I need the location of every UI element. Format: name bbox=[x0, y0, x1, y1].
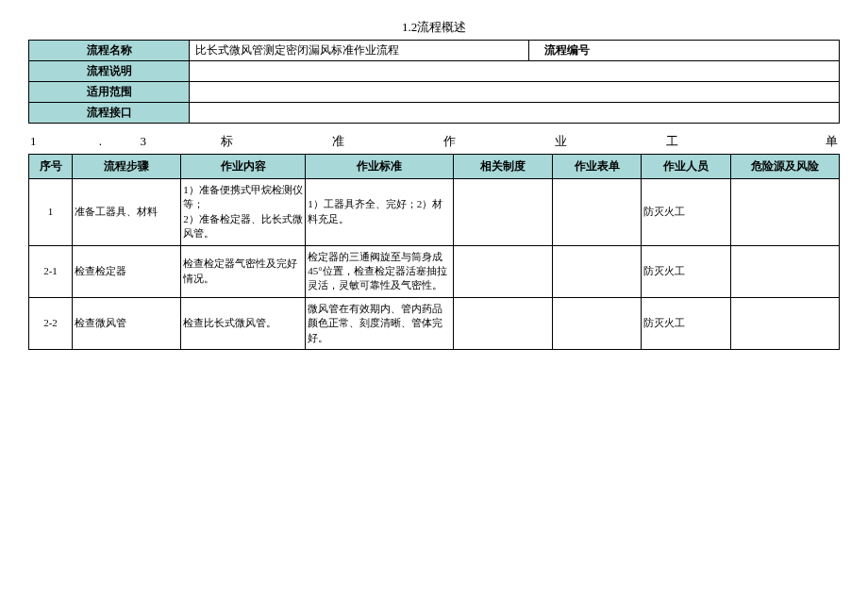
section-title: 1.2流程概述 bbox=[28, 19, 840, 36]
header-step: 流程步骤 bbox=[73, 155, 181, 179]
header-seq: 序号 bbox=[29, 155, 73, 179]
overview-label-name: 流程名称 bbox=[29, 41, 190, 61]
header-risk: 危险源及风险 bbox=[730, 155, 839, 179]
cell-standard: 微风管在有效期内、管内药品颜色正常、刻度清晰、管体完好。 bbox=[306, 297, 454, 349]
work-header-row: 序号 流程步骤 作业内容 作业标准 相关制度 作业表单 作业人员 危险源及风险 bbox=[29, 155, 840, 179]
s2-p8: 单 bbox=[728, 133, 838, 150]
cell-form bbox=[553, 179, 642, 246]
cell-risk bbox=[730, 245, 839, 297]
cell-form bbox=[553, 245, 642, 297]
s2-p7: 工 bbox=[617, 133, 726, 150]
cell-content: 1）准备便携式甲烷检测仪等； 2）准备检定器、比长式微风管。 bbox=[181, 179, 306, 246]
work-table: 序号 流程步骤 作业内容 作业标准 相关制度 作业表单 作业人员 危险源及风险 … bbox=[28, 154, 840, 350]
overview-value-scope bbox=[190, 82, 840, 103]
header-system: 相关制度 bbox=[454, 155, 553, 179]
overview-value-code bbox=[605, 41, 840, 61]
overview-row-scope: 适用范围 bbox=[29, 82, 840, 103]
cell-step: 准备工器具、材料 bbox=[73, 179, 181, 246]
cell-standard: 1）工器具齐全、完好；2）材料充足。 bbox=[306, 179, 454, 246]
cell-form bbox=[553, 297, 642, 349]
cell-seq: 2-2 bbox=[29, 297, 73, 349]
overview-table: 流程名称 比长式微风管测定密闭漏风标准作业流程 流程编号 流程说明 适用范围 流… bbox=[28, 40, 840, 124]
overview-value-desc bbox=[190, 61, 840, 82]
cell-system bbox=[454, 179, 553, 246]
cell-standard: 检定器的三通阀旋至与筒身成45°位置，检查检定器活塞抽拉灵活，灵敏可靠性及气密性… bbox=[306, 245, 454, 297]
table-row: 2-1 检查检定器 检查检定器气密性及完好情况。 检定器的三通阀旋至与筒身成45… bbox=[29, 245, 840, 297]
header-person: 作业人员 bbox=[642, 155, 730, 179]
header-content: 作业内容 bbox=[181, 155, 306, 179]
overview-value-interface bbox=[190, 103, 840, 124]
cell-seq: 2-1 bbox=[29, 245, 73, 297]
section2-title: 1 . 3 标 准 作 业 工 单 bbox=[28, 131, 840, 152]
overview-label-code: 流程编号 bbox=[529, 41, 605, 61]
s2-p0: 1 bbox=[30, 133, 85, 150]
s2-p2: 3 bbox=[116, 133, 171, 150]
table-row: 2-2 检查微风管 检查比长式微风管。 微风管在有效期内、管内药品颜色正常、刻度… bbox=[29, 297, 840, 349]
table-row: 1 准备工器具、材料 1）准备便携式甲烷检测仪等； 2）准备检定器、比长式微风管… bbox=[29, 179, 840, 246]
cell-step: 检查检定器 bbox=[73, 245, 181, 297]
overview-label-scope: 适用范围 bbox=[29, 82, 190, 103]
s2-p3: 标 bbox=[173, 133, 282, 150]
cell-content: 检查检定器气密性及完好情况。 bbox=[181, 245, 306, 297]
cell-risk bbox=[730, 179, 839, 246]
cell-step: 检查微风管 bbox=[73, 297, 181, 349]
header-standard: 作业标准 bbox=[306, 155, 454, 179]
overview-row-interface: 流程接口 bbox=[29, 103, 840, 124]
s2-p1: . bbox=[87, 133, 114, 150]
cell-person: 防灭火工 bbox=[642, 297, 730, 349]
cell-risk bbox=[730, 297, 839, 349]
s2-p5: 作 bbox=[395, 133, 505, 150]
overview-row-desc: 流程说明 bbox=[29, 61, 840, 82]
s2-p4: 准 bbox=[284, 133, 393, 150]
header-form: 作业表单 bbox=[553, 155, 642, 179]
cell-person: 防灭火工 bbox=[642, 245, 730, 297]
overview-label-desc: 流程说明 bbox=[29, 61, 190, 82]
cell-system bbox=[454, 297, 553, 349]
overview-value-name: 比长式微风管测定密闭漏风标准作业流程 bbox=[190, 41, 529, 61]
cell-content: 检查比长式微风管。 bbox=[181, 297, 306, 349]
overview-label-interface: 流程接口 bbox=[29, 103, 190, 124]
cell-seq: 1 bbox=[29, 179, 73, 246]
overview-row-name: 流程名称 比长式微风管测定密闭漏风标准作业流程 流程编号 bbox=[29, 41, 840, 61]
s2-p6: 业 bbox=[506, 133, 615, 150]
cell-system bbox=[454, 245, 553, 297]
cell-person: 防灭火工 bbox=[642, 179, 730, 246]
